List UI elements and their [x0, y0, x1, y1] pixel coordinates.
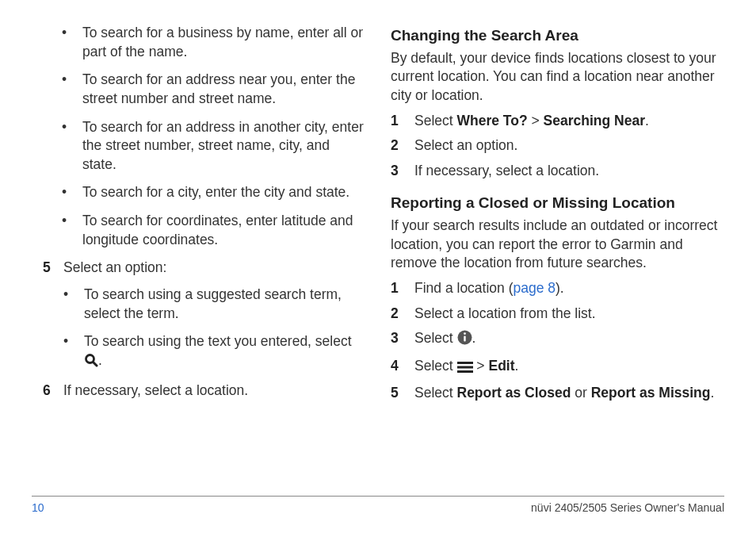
intro-paragraph: By default, your device finds locations … [391, 49, 724, 105]
bullet-text: To search for a business by name, enter … [82, 25, 363, 59]
list-item: To search for an address near you, enter… [62, 71, 365, 108]
step-number: 6 [43, 382, 51, 401]
step-number: 5 [43, 259, 51, 278]
page-content: To search for a business by name, enter … [32, 24, 724, 492]
period: . [515, 358, 519, 374]
step-number: 5 [391, 384, 399, 403]
page-number: 10 [32, 501, 44, 514]
search-icon [84, 353, 98, 373]
period: . [710, 385, 714, 401]
search-tips-list-1: To search for a business by name, enter … [62, 24, 365, 249]
ui-label: Where To? [457, 113, 528, 128]
period: . [472, 330, 476, 346]
step-text: Select [414, 385, 457, 401]
step-1: 1 Select Where To? > Searching Near. [391, 112, 724, 131]
svg-line-1 [94, 362, 97, 366]
list-item: To search for an address in another city… [62, 118, 365, 174]
page-footer: 10 nüvi 2405/2505 Series Owner's Manual [32, 496, 724, 514]
step-6: 6 If necessary, select a location. [32, 382, 365, 401]
period: . [645, 113, 649, 128]
ui-label: Report as Missing [591, 385, 711, 401]
list-item: To search using the text you entered, se… [63, 332, 365, 372]
bullet-text: To search for a city, enter the city and… [82, 184, 349, 200]
step-text: Select a location from the list. [414, 305, 596, 321]
step-text: Select [414, 330, 457, 346]
list-item: To search for a business by name, enter … [62, 24, 365, 61]
step-5: 5 Select Report as Closed or Report as M… [391, 384, 724, 403]
bullet-text: To search using the text you entered, se… [84, 333, 352, 349]
svg-rect-6 [457, 366, 473, 368]
step-1: 1 Find a location (page 8). [391, 279, 724, 298]
separator: > [473, 358, 489, 374]
search-tips-list-2: To search using a suggested search term,… [63, 286, 365, 373]
changing-area-steps: 1 Select Where To? > Searching Near. 2 S… [391, 112, 724, 181]
period: . [98, 352, 102, 368]
ui-label: Edit [488, 358, 514, 374]
step-text: ). [556, 280, 564, 296]
step-number: 4 [391, 357, 399, 376]
left-steps: 5 Select an option: To search using a su… [32, 259, 365, 401]
right-column: Changing the Search Area By default, you… [391, 24, 724, 492]
intro-paragraph: If your search results include an outdat… [391, 217, 724, 273]
step-2: 2 Select an option. [391, 136, 724, 155]
svg-rect-7 [457, 370, 473, 373]
step-number: 3 [391, 329, 399, 348]
heading-reporting-location: Reporting a Closed or Missing Location [391, 193, 724, 213]
page-link[interactable]: page 8 [514, 280, 556, 296]
reporting-steps: 1 Find a location (page 8). 2 Select a l… [391, 279, 724, 403]
step-number: 1 [391, 279, 399, 298]
bullet-text: To search using a suggested search term,… [84, 286, 342, 321]
svg-rect-3 [464, 336, 465, 342]
manual-title: nüvi 2405/2505 Series Owner's Manual [531, 501, 724, 514]
step-text: If necessary, select a location. [63, 382, 248, 398]
step-text: or [571, 385, 590, 401]
svg-point-4 [464, 332, 466, 335]
step-number: 3 [391, 162, 399, 181]
step-text: Find a location ( [414, 280, 514, 296]
ui-label: Report as Closed [457, 385, 571, 401]
step-number: 2 [391, 305, 399, 324]
info-icon [457, 330, 472, 351]
left-column: To search for a business by name, enter … [32, 24, 365, 492]
step-text: Select an option: [63, 259, 166, 275]
svg-rect-5 [457, 362, 473, 364]
step-text: Select [414, 358, 457, 374]
bullet-text: To search for coordinates, enter latitud… [82, 213, 353, 247]
bullet-text: To search for an address near you, enter… [82, 71, 355, 106]
step-text: If necessary, select a location. [414, 163, 599, 178]
list-item: To search for a city, enter the city and… [62, 183, 365, 202]
heading-changing-search-area: Changing the Search Area [391, 25, 724, 46]
list-item: To search using a suggested search term,… [63, 286, 365, 323]
step-number: 2 [391, 136, 399, 155]
bullet-text: To search for an address in another city… [82, 119, 364, 172]
separator: > [528, 113, 544, 128]
menu-icon [457, 359, 473, 378]
step-text: Select an option. [414, 137, 517, 153]
ui-label: Searching Near [544, 113, 645, 128]
step-3: 3 If necessary, select a location. [391, 162, 724, 181]
step-text: Select [414, 113, 457, 128]
step-3: 3 Select . [391, 329, 724, 351]
step-2: 2 Select a location from the list. [391, 305, 724, 324]
step-4: 4 Select > Edit. [391, 357, 724, 378]
step-5: 5 Select an option: To search using a su… [32, 259, 365, 372]
list-item: To search for coordinates, enter latitud… [62, 212, 365, 249]
step-number: 1 [391, 112, 399, 131]
